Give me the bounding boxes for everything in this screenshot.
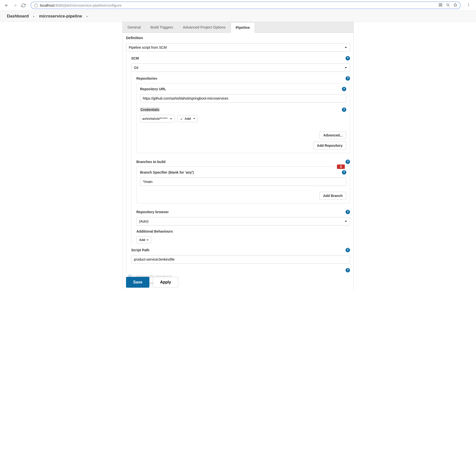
svg-rect-3: [441, 5, 441, 6]
repository-box: Repository URL ? Credentials ? ashishlah…: [136, 83, 350, 153]
svg-rect-2: [439, 5, 440, 6]
advanced-button[interactable]: Advanced...: [319, 131, 346, 139]
repo-browser-select[interactable]: (Auto): [136, 217, 350, 225]
tab-build-triggers[interactable]: Build Triggers: [146, 22, 178, 33]
svg-rect-4: [441, 6, 442, 6]
branch-box: X Branch Specifier (blank for 'any') ? A…: [136, 167, 350, 203]
help-icon[interactable]: ?: [346, 248, 350, 252]
forward-icon: [13, 3, 17, 8]
help-icon[interactable]: ?: [346, 56, 350, 60]
svg-marker-6: [454, 3, 457, 6]
help-icon[interactable]: ?: [342, 87, 346, 91]
back-icon[interactable]: [4, 3, 9, 8]
help-icon[interactable]: ?: [346, 160, 350, 164]
add-behaviour-button[interactable]: Add: [136, 236, 151, 243]
tab-pipeline[interactable]: Pipeline: [231, 22, 255, 33]
help-icon[interactable]: ?: [342, 170, 346, 175]
delete-branch-button[interactable]: X: [337, 165, 345, 169]
nav-controls: [2, 3, 28, 8]
repositories-label: Repositories: [136, 76, 157, 80]
url-text: localhost:8080/job/microservice-pipeline…: [40, 3, 437, 7]
zoom-out-icon[interactable]: [446, 3, 450, 8]
save-button[interactable]: Save: [126, 277, 149, 288]
branch-specifier-label: Branch Specifier (blank for 'any'): [140, 170, 194, 174]
browser-toolbar: i localhost:8080/job/microservice-pipeli…: [0, 0, 476, 11]
add-credentials-button[interactable]: Add: [178, 115, 198, 122]
svg-point-9: [468, 6, 469, 6]
reload-icon[interactable]: [21, 3, 26, 8]
config-tabs: General Build Triggers Advanced Project …: [122, 22, 354, 33]
add-repository-button[interactable]: Add Repository: [313, 142, 346, 150]
definition-select[interactable]: Pipeline script from SCM: [126, 43, 350, 52]
svg-point-7: [468, 3, 469, 4]
svg-point-8: [468, 5, 469, 5]
footer-actions: Lightweight checkout Pipeline Syntax Sav…: [123, 272, 353, 290]
svg-rect-1: [441, 3, 442, 5]
svg-rect-0: [439, 3, 440, 5]
help-icon[interactable]: ?: [346, 268, 350, 272]
definition-label: Definition: [123, 33, 353, 41]
repo-url-label: Repository URL: [140, 87, 166, 91]
site-info-icon[interactable]: i: [34, 3, 38, 7]
add-branch-button[interactable]: Add Branch: [319, 192, 346, 200]
star-icon[interactable]: [453, 3, 457, 8]
help-icon[interactable]: ?: [346, 210, 350, 214]
branch-specifier-input[interactable]: [140, 178, 346, 186]
scm-label: SCM: [131, 56, 139, 60]
breadcrumb-dashboard[interactable]: Dashboard: [7, 14, 29, 19]
chevron-right-icon: ▸: [87, 15, 88, 18]
help-icon[interactable]: ?: [342, 107, 346, 112]
tab-general[interactable]: General: [123, 22, 146, 33]
repo-browser-label: Repository browser: [136, 210, 169, 214]
apply-button[interactable]: Apply: [153, 277, 178, 288]
branches-label: Branches to build: [136, 160, 165, 164]
additional-behaviours-label: Additional Behaviours: [133, 227, 353, 234]
scm-select[interactable]: Git: [131, 63, 350, 72]
tab-advanced-options[interactable]: Advanced Project Options: [178, 22, 230, 33]
credentials-label: Credentials: [140, 107, 160, 112]
browser-menu-icon[interactable]: [464, 3, 474, 8]
repo-url-input[interactable]: [140, 94, 346, 102]
help-icon[interactable]: ?: [346, 76, 350, 81]
script-path-label: Script Path: [131, 248, 149, 252]
chevron-right-icon: ▸: [33, 15, 35, 18]
script-path-input[interactable]: [131, 255, 350, 264]
breadcrumb-job[interactable]: microservice-pipeline: [39, 14, 82, 19]
key-icon: [180, 117, 183, 120]
breadcrumb: Dashboard ▸ microservice-pipeline ▸: [0, 11, 476, 22]
credentials-select[interactable]: ashishlahoti/******: [140, 115, 175, 122]
qr-icon[interactable]: [439, 3, 442, 8]
address-bar[interactable]: i localhost:8080/job/microservice-pipeli…: [31, 1, 461, 9]
